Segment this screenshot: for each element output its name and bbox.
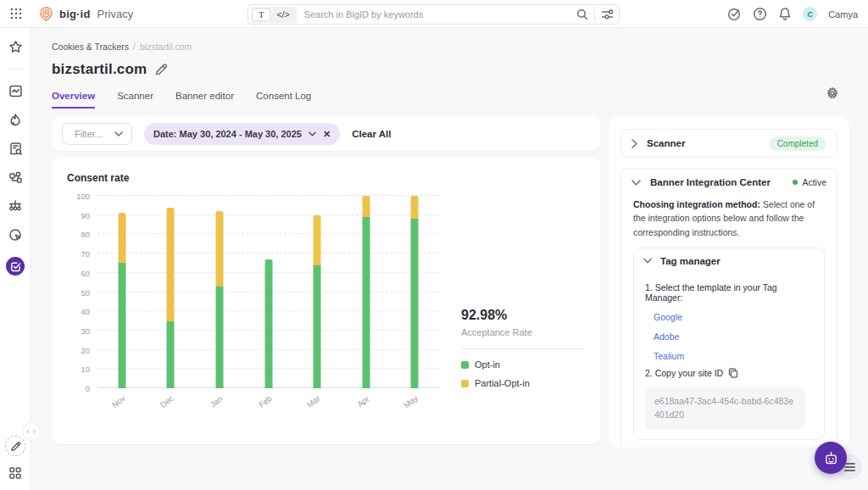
breadcrumb: Cookies & Trackers / bizstartil.com	[52, 42, 849, 52]
y-axis-tick: 0	[86, 384, 90, 393]
edit-title-pencil-icon[interactable]	[154, 63, 168, 76]
bar-segment-partial-opt-in	[215, 211, 223, 287]
classification-icon[interactable]	[8, 170, 23, 185]
legend-item-partial-opt-in[interactable]: Partial-Opt-in	[461, 378, 585, 388]
advanced-search-icon[interactable]	[601, 8, 614, 20]
page-tabs: Overview Scanner Banner editor Consent L…	[52, 91, 849, 109]
text-search-toggle[interactable]: T	[252, 8, 270, 21]
date-range-chip[interactable]: Date: May 30, 2024 - May 30, 2025 ✕	[144, 123, 340, 145]
bar-segment-opt-in	[167, 321, 175, 388]
y-axis-tick: 80	[81, 230, 90, 239]
search-icon[interactable]	[576, 8, 588, 20]
bar-segment-opt-in	[118, 263, 125, 388]
stats-divider	[461, 348, 585, 349]
consent-active-icon[interactable]	[6, 257, 25, 276]
help-icon[interactable]	[753, 7, 767, 21]
tag-manager-accordion: Tag manager 1. Select the template in yo…	[633, 248, 825, 441]
tab-overview[interactable]: Overview	[52, 91, 95, 109]
y-axis-tick: 70	[81, 249, 90, 259]
dashboard-icon[interactable]	[8, 84, 23, 98]
active-status-label: Active	[802, 177, 826, 187]
y-axis-tick: 90	[81, 210, 90, 220]
site-id-value[interactable]: e618aa47-3ac4-454c-babd-6c483e401d20	[645, 387, 805, 430]
y-axis-tick: 10	[81, 365, 90, 374]
bar-jan[interactable]	[215, 211, 223, 388]
filter-bar: Filter... Date: May 30, 2024 - May 30, 2…	[52, 117, 600, 151]
tag-manager-title: Tag manager	[660, 256, 721, 266]
bar-nov[interactable]	[118, 213, 125, 388]
catalog-search-icon[interactable]	[8, 142, 23, 156]
tab-scanner[interactable]: Scanner	[117, 91, 153, 109]
scanner-accordion-title: Scanner	[647, 138, 685, 148]
x-axis-label: Dec	[159, 393, 175, 409]
bar-feb[interactable]	[264, 259, 272, 388]
waffle-menu-icon[interactable]	[0, 8, 31, 19]
bar-dec[interactable]	[167, 208, 175, 388]
link-google[interactable]: Google	[654, 312, 814, 322]
bar-segment-partial-opt-in	[314, 215, 321, 265]
bar-may[interactable]	[411, 196, 419, 388]
x-axis-label: Feb	[257, 393, 274, 409]
app-logo[interactable]: big·id Privacy	[38, 6, 133, 22]
tab-consent-log[interactable]: Consent Log	[256, 91, 311, 109]
scanner-accordion[interactable]: Scanner Completed	[620, 129, 837, 158]
clear-all-button[interactable]: Clear All	[352, 129, 391, 139]
tag-manager-header[interactable]: Tag manager	[634, 248, 824, 274]
gridline	[97, 253, 439, 253]
active-status-dot	[793, 180, 798, 185]
assistant-fab[interactable]	[815, 442, 847, 474]
annotate-pencil-icon[interactable]	[5, 436, 25, 456]
bar-segment-partial-opt-in	[362, 196, 370, 217]
user-name[interactable]: Camya	[828, 9, 858, 19]
search-input[interactable]	[304, 9, 576, 19]
chevron-right-icon	[632, 139, 637, 148]
legend-swatch	[461, 361, 469, 369]
chart-plot: 0102030405060708090100NovDecJanFebMarApr…	[97, 196, 439, 388]
notifications-bell-icon[interactable]	[778, 7, 792, 21]
legend-item-opt-in[interactable]: Opt-in	[461, 359, 585, 370]
filter-dropdown[interactable]: Filter...	[62, 123, 132, 145]
favorites-star-icon[interactable]	[8, 40, 23, 54]
network-tree-icon[interactable]	[8, 199, 23, 214]
tasks-check-icon[interactable]	[727, 7, 742, 21]
main-content: Cookies & Trackers / bizstartil.com bizs…	[31, 28, 868, 490]
global-search[interactable]: T </>	[248, 4, 620, 25]
robot-icon	[823, 450, 839, 466]
y-axis-tick: 50	[81, 287, 90, 297]
banner-integration-header[interactable]: Banner Integration Center Active	[621, 169, 837, 196]
chevron-down-icon[interactable]	[309, 131, 316, 136]
x-axis-label: Mar	[305, 393, 322, 409]
gridline	[97, 195, 439, 196]
flame-icon[interactable]	[8, 113, 22, 127]
chevron-down-icon	[114, 131, 123, 136]
legend-label: Partial-Opt-in	[475, 378, 530, 388]
page-settings-gear-icon[interactable]	[826, 86, 839, 100]
bar-segment-opt-in	[314, 265, 321, 388]
bar-apr[interactable]	[362, 196, 370, 388]
banner-integration-accordion: Banner Integration Center Active Choosin…	[620, 168, 837, 448]
date-range-label: Date: May 30, 2024 - May 30, 2025	[153, 129, 302, 139]
bar-segment-partial-opt-in	[167, 208, 175, 321]
acceptance-rate-label: Acceptance Rate	[461, 327, 585, 337]
breadcrumb-parent[interactable]: Cookies & Trackers	[52, 42, 129, 52]
sidebar-collapse-button[interactable]: ‹ ›	[22, 422, 41, 441]
link-adobe[interactable]: Adobe	[654, 331, 814, 342]
breadcrumb-separator: /	[133, 42, 136, 52]
tab-banner-editor[interactable]: Banner editor	[175, 91, 234, 109]
copy-site-id-icon[interactable]	[728, 368, 738, 378]
apps-grid-icon[interactable]	[8, 466, 22, 480]
y-axis-tick: 100	[76, 192, 90, 201]
y-axis-tick: 40	[81, 307, 90, 316]
chevron-down-icon	[643, 258, 652, 264]
bar-mar[interactable]	[314, 215, 321, 388]
filter-dropdown-label: Filter...	[75, 129, 103, 139]
tracker-monitor-icon[interactable]	[8, 228, 23, 242]
bar-segment-opt-in	[411, 219, 419, 388]
remove-date-filter-icon[interactable]: ✕	[323, 129, 331, 140]
step-2-label: 2. Copy your site ID	[645, 368, 723, 378]
bar-segment-partial-opt-in	[411, 196, 419, 219]
user-avatar[interactable]: C	[803, 7, 817, 21]
code-search-toggle[interactable]: </>	[270, 8, 295, 20]
link-tealium[interactable]: Tealium	[654, 351, 814, 361]
page-title: bizstartil.com	[52, 61, 147, 78]
